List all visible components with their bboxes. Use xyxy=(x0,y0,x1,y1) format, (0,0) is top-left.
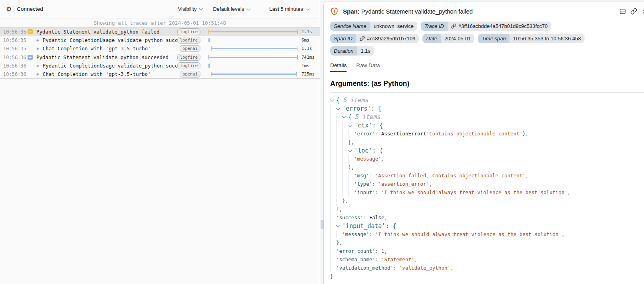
json-line: 'loc': ( xyxy=(330,146,644,155)
json-token: 'input' xyxy=(354,189,375,195)
trace-timestamp: 10:56:36 xyxy=(0,71,26,77)
json-token: , xyxy=(429,181,432,187)
json-line: 'validation_method': 'validate_python', xyxy=(330,264,644,272)
meta-pill-value: 1.1s xyxy=(357,46,374,56)
expand-chevron-icon[interactable] xyxy=(330,99,336,101)
settings-gear-icon[interactable]: ⚙ xyxy=(6,6,12,12)
trace-row[interactable]: 10:56:35◆Chat Completion with 'gpt-3.5-t… xyxy=(0,44,320,53)
json-token: : ( xyxy=(372,147,383,154)
meta-pill: Service Nameunknown_service xyxy=(330,22,417,31)
duration-bar xyxy=(211,72,297,76)
meta-pill[interactable]: Span ID#cc89a295db1b7109 xyxy=(330,34,419,43)
indent-guide xyxy=(348,129,354,138)
meta-pill-label: Span ID xyxy=(330,34,356,43)
json-token: 'error_count' xyxy=(336,248,375,254)
json-token: }, xyxy=(348,139,354,145)
copy-link-icon[interactable] xyxy=(630,8,637,15)
json-token: : xyxy=(375,248,381,254)
duration-label: 741ms xyxy=(299,55,320,60)
json-token: , xyxy=(381,156,384,162)
indent-guide xyxy=(342,129,348,138)
indent-guide xyxy=(342,180,348,188)
expand-chevron-icon[interactable] xyxy=(342,116,348,118)
json-line: ], xyxy=(330,205,644,213)
chevron-down-glyph xyxy=(330,97,334,101)
json-token: : [ xyxy=(371,105,382,112)
trace-list-panel: ⚙ Connected Visibility Default levels La… xyxy=(0,0,320,284)
link-icon xyxy=(360,36,365,41)
indent-guide xyxy=(330,205,336,213)
indent-guide xyxy=(342,171,348,180)
dock-panel-icon[interactable] xyxy=(619,8,626,15)
indent-guide xyxy=(348,171,354,180)
indent-guide xyxy=(330,247,336,255)
trace-row[interactable]: 10:56:35Pydantic Statement validate_pyth… xyxy=(0,28,320,36)
chevron-down-glyph xyxy=(336,223,340,227)
indent-guide xyxy=(336,146,342,155)
chevron-down-glyph xyxy=(348,147,352,152)
json-line: 'message', xyxy=(330,155,644,163)
json-token: 'msg' xyxy=(354,173,369,179)
duration-bar xyxy=(211,46,297,51)
tab-raw-data[interactable]: Raw Data xyxy=(356,62,380,72)
chevron-down-glyph xyxy=(342,114,346,118)
visibility-dropdown[interactable]: Visibility xyxy=(178,6,203,12)
json-token: : xyxy=(369,231,375,237)
indent-guide xyxy=(330,121,336,129)
trace-row[interactable]: 10:56:36◆Pydantic CompletionUsage valida… xyxy=(0,62,320,70)
indent-guide xyxy=(330,138,336,146)
collapse-toggle-info-icon[interactable] xyxy=(28,55,33,60)
trace-row[interactable]: 10:56:36Pydantic Statement validate_pyth… xyxy=(0,53,320,62)
indent-guide xyxy=(336,230,342,238)
expand-chevron-icon[interactable] xyxy=(336,108,342,109)
time-range-dropdown[interactable]: Last 5 minutes xyxy=(269,6,309,12)
json-token: , xyxy=(561,231,565,237)
json-line: }, xyxy=(330,197,644,205)
meta-pill[interactable]: Trace ID#3ff16acbdde4a547b01d9c9c533fcc7… xyxy=(421,22,551,31)
indent-guide xyxy=(330,155,336,163)
indent-guide xyxy=(330,222,336,230)
trace-row[interactable]: 10:56:35◆Pydantic CompletionUsage valida… xyxy=(0,36,320,44)
json-token: }, xyxy=(342,198,348,204)
expand-chevron-icon[interactable] xyxy=(336,225,342,227)
span-title: Span: Pydantic Statement validate_python… xyxy=(343,8,473,15)
json-token: 6 items xyxy=(343,97,369,104)
expand-chevron-icon[interactable] xyxy=(348,150,354,151)
duration-bar xyxy=(208,38,210,42)
connection-status: Connected xyxy=(17,6,43,12)
indent-guide xyxy=(348,155,354,163)
json-token: : xyxy=(375,189,381,195)
json-token: 'input_data' xyxy=(342,222,385,230)
trace-timestamp: 10:56:35 xyxy=(0,29,26,35)
json-line: 'errors': [ xyxy=(330,104,644,113)
duration-bar xyxy=(208,30,298,34)
tab-details[interactable]: Details xyxy=(330,62,347,72)
chevron-down-icon xyxy=(247,6,251,10)
trace-row[interactable]: 10:56:36◆Chat Completion with 'gpt-3.5-t… xyxy=(0,70,320,79)
duration-label: 1.1s xyxy=(299,46,320,51)
json-line: 'ctx': { xyxy=(330,121,644,129)
scope-badge: logfire xyxy=(177,62,200,69)
json-token: : xyxy=(375,131,381,137)
scope-badge: logfire xyxy=(177,28,200,35)
collapse-toggle-warning-icon[interactable] xyxy=(28,29,33,34)
indent-guide xyxy=(330,171,336,180)
json-token: : xyxy=(363,214,369,220)
close-icon[interactable] xyxy=(642,8,644,15)
json-token: : { xyxy=(372,122,383,129)
json-token: 'schema_name' xyxy=(336,256,375,262)
default-levels-dropdown[interactable]: Default levels xyxy=(213,6,250,12)
json-token: 'I think we should always treat violence… xyxy=(381,189,568,195)
json-token: 1 xyxy=(381,248,384,254)
indent-guide xyxy=(348,180,354,188)
indent-guide xyxy=(330,113,336,121)
json-line: }, xyxy=(330,138,644,146)
duration-bar-track xyxy=(203,62,299,70)
json-line: } xyxy=(330,272,644,280)
expand-chevron-icon[interactable] xyxy=(348,125,354,126)
indent-guide xyxy=(336,121,342,129)
scope-badge: openai xyxy=(180,45,200,52)
json-token: 'validation_method' xyxy=(336,265,393,271)
json-token: 'validate_python' xyxy=(399,265,450,271)
duration-label: 1.1s xyxy=(299,29,320,34)
